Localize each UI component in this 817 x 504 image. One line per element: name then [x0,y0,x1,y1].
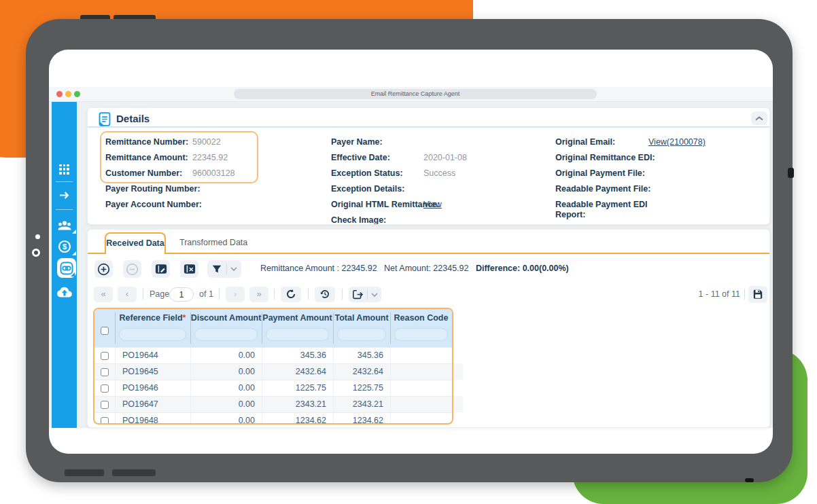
prev-page-button[interactable]: ‹ [118,287,137,302]
filter-input-reference[interactable] [119,328,186,341]
export-button[interactable] [349,289,367,300]
tab-transformed-data[interactable]: Transformed Data [179,238,247,247]
field-value: 590022 [192,137,221,147]
filter-input-payment[interactable] [266,328,329,341]
arrow-right-icon [58,190,70,200]
filter-input-total[interactable] [337,328,386,341]
corner-triangle [72,230,76,234]
refresh-button[interactable] [281,287,301,302]
export-dropdown-button[interactable] [368,293,381,297]
cell-discount: 0.00 [190,364,262,380]
received-data-table: Reference Field* Discount Amount Payment… [93,308,453,425]
column-header-reason[interactable]: Reason Code [390,313,452,323]
window-zoom-button[interactable] [74,91,80,97]
cell-total: 1225.75 [333,380,390,396]
first-page-button[interactable]: « [94,287,113,302]
remove-row-button[interactable] [123,260,141,278]
sidebar-item-upload[interactable] [52,285,77,298]
sidebar-divider [56,181,73,182]
export-button-group[interactable] [349,287,381,302]
sidebar-divider [56,209,73,210]
browser-titlebar: Email Remittance Capture Agent [49,87,773,102]
collapse-button[interactable] [751,111,767,125]
field-label: Remittance Number: [105,137,188,147]
table-row[interactable]: PO19648 0.00 1234.62 1234.62 [94,412,452,425]
filter-dropdown-button[interactable] [227,267,241,271]
add-row-button[interactable] [94,260,113,278]
column-header-reference[interactable]: Reference Field* [115,313,190,323]
field-value: 2020-01-08 [423,153,467,162]
received-data-card: Received Data Transformed Data [87,229,770,428]
view-html-remittance-link[interactable]: View [423,200,442,209]
table-row[interactable]: PO19647 0.00 2343.21 2343.21 [94,396,452,412]
filter-input-discount[interactable] [194,328,258,341]
view-original-email-link[interactable]: View(2100078) [648,137,706,147]
row-checkbox[interactable] [94,364,115,380]
save-button[interactable] [748,286,767,303]
column-header-total[interactable]: Total Amount [333,313,390,323]
cell-discount: 0.00 [190,397,262,412]
row-checkbox[interactable] [94,397,115,412]
select-all-checkbox[interactable] [101,327,109,335]
device-bottom-button [112,469,156,476]
cell-total: 2432.64 [333,364,390,380]
camera-ring [32,249,40,257]
filter-input-reason[interactable] [394,328,448,341]
chevron-down-icon [230,267,237,271]
plus-circle-icon [97,263,110,276]
page-of-label: of 1 [199,289,213,299]
cell-reason [390,364,452,380]
chevron-up-icon [755,116,763,121]
address-bar[interactable]: Email Remittance Capture Agent [234,89,597,99]
table-row[interactable]: PO19645 0.00 2432.64 2432.64 [94,363,452,380]
table-row[interactable]: PO19644 0.00 345.36 345.36 [94,347,452,363]
cell-payment: 1234.62 [262,413,333,425]
field-label: Effective Date: [331,153,390,162]
row-checkbox[interactable] [94,348,115,363]
window-close-button[interactable] [56,91,63,97]
field-label: Check Image: [331,215,386,225]
table-header: Reference Field* Discount Amount Payment… [94,309,452,347]
delete-rows-button[interactable] [180,260,198,278]
sidebar-item-payments[interactable]: $ [52,240,77,253]
field-label: Customer Number: [105,168,182,178]
corner-triangle [71,272,75,276]
column-header-discount[interactable]: Discount Amount [190,313,262,323]
next-page-button[interactable]: › [226,287,245,302]
filter-button[interactable] [207,264,226,274]
window-minimize-button[interactable] [65,91,71,97]
sidebar-item-users[interactable] [52,219,77,232]
cell-reference: PO19646 [115,380,190,396]
sidebar-item-remittance-active[interactable] [57,258,76,278]
page-number-input[interactable] [169,287,194,302]
cell-discount: 0.00 [190,348,262,363]
summary-net: Net Amount: 22345.92 [384,264,468,273]
filter-button-group[interactable] [207,260,241,278]
field-label: Readable Payment EDI Report: [555,200,657,220]
divider [342,289,343,300]
apps-grid-icon [59,164,69,175]
history-button[interactable] [315,287,335,302]
edit-rows-button[interactable] [152,260,170,278]
cell-reason [390,397,452,412]
cell-total: 345.36 [333,348,390,363]
sidebar-item-apps[interactable] [52,163,77,175]
divider [274,289,275,300]
sidebar-item-next[interactable] [52,189,77,201]
tab-received-data[interactable]: Received Data [105,232,166,254]
column-header-payment[interactable]: Payment Amount [262,313,333,323]
last-page-button[interactable]: » [249,287,268,302]
cell-discount: 0.00 [190,413,262,425]
field-label: Readable Payment File: [555,184,650,194]
row-range-label: 1 - 11 of 11 [686,289,740,299]
minus-circle-icon [126,263,139,276]
cloud-upload-icon [56,286,73,298]
cell-reference: PO19644 [115,348,190,363]
cell-discount: 0.00 [190,380,262,396]
camera-dot [35,234,40,239]
row-checkbox[interactable] [94,413,115,425]
table-row[interactable]: PO19646 0.00 1225.75 1225.75 [94,380,452,396]
cell-payment: 1225.75 [262,380,333,396]
sidebar: $ [52,102,77,428]
row-checkbox[interactable] [94,380,115,396]
